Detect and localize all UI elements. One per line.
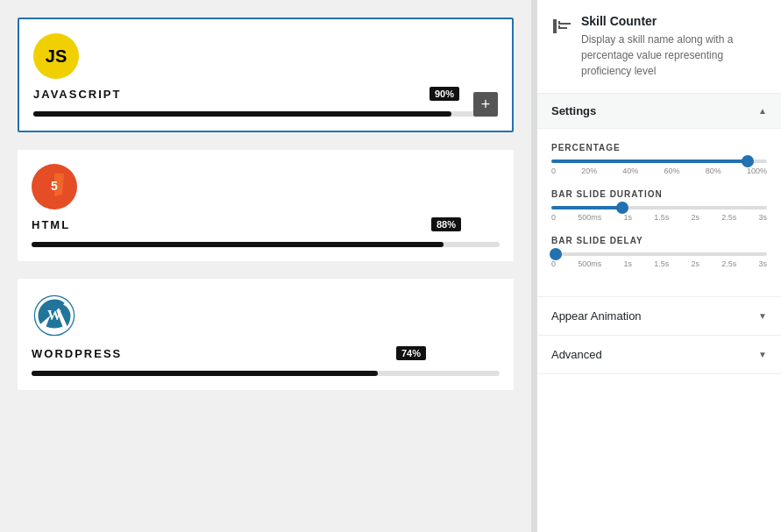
html-bar-container: 88% — [32, 242, 500, 247]
svg-rect-6 — [553, 19, 557, 33]
percentage-track[interactable] — [551, 160, 767, 163]
right-panel: Skill Counter Display a skill name along… — [536, 0, 781, 532]
appear-animation-label: Appear Animation — [551, 309, 642, 323]
percentage-thumb[interactable] — [742, 155, 754, 167]
js-bar-fill — [33, 111, 451, 117]
widget-description: Display a skill name along with a percen… — [581, 32, 767, 79]
appear-animation-section[interactable]: Appear Animation ▼ — [537, 297, 781, 336]
widget-title: Skill Counter — [581, 14, 767, 28]
advanced-section[interactable]: Advanced ▼ — [537, 336, 781, 374]
wp-percentage-badge: 74% — [396, 346, 426, 360]
html-bar-fill — [32, 242, 444, 247]
svg-text:W: W — [47, 308, 61, 323]
percentage-labels: 0 20% 40% 60% 80% 100% — [551, 167, 767, 175]
bar-delay-labels: 0 500ms 1s 1.5s 2s 2.5s 3s — [551, 259, 767, 268]
percentage-fill — [551, 160, 748, 163]
svg-rect-7 — [558, 23, 571, 25]
bar-duration-track[interactable] — [551, 206, 767, 209]
appear-animation-chevron: ▼ — [758, 311, 767, 321]
advanced-chevron: ▼ — [758, 350, 767, 359]
js-percentage-badge: 90% — [430, 87, 459, 101]
js-icon: JS — [33, 33, 79, 79]
svg-rect-9 — [558, 21, 560, 23]
bar-delay-slider-group: BAR SLIDE DELAY 0 500ms 1s 1.5s 2s 2.5s … — [551, 236, 767, 268]
widget-info: Skill Counter Display a skill name along… — [581, 14, 767, 79]
skill-item-html[interactable]: 5 HTML 88% — [18, 150, 514, 261]
settings-chevron: ▲ — [758, 106, 767, 116]
wp-skill-name: WORDPRESS — [32, 347, 500, 360]
skill-item-js[interactable]: JS JAVASCRIPT 90% + — [18, 18, 514, 132]
settings-section: Settings ▲ PERCENTAGE 0 20% 40% 60% 80% … — [537, 94, 781, 297]
bar-delay-track[interactable] — [551, 252, 767, 256]
svg-text:5: 5 — [51, 179, 58, 193]
settings-label: Settings — [551, 104, 596, 117]
bar-delay-label: BAR SLIDE DELAY — [551, 236, 767, 245]
bar-delay-thumb[interactable] — [550, 248, 562, 260]
html-skill-name: HTML — [32, 218, 500, 231]
bar-duration-fill — [551, 206, 622, 209]
svg-rect-8 — [558, 27, 567, 29]
bar-duration-label: BAR SLIDE DURATION — [551, 189, 767, 199]
html-percentage-badge: 88% — [431, 217, 461, 231]
wp-icon: W — [32, 293, 77, 338]
bar-duration-slider-group: BAR SLIDE DURATION 0 500ms 1s 1.5s 2s 2.… — [551, 189, 767, 222]
skill-item-wp[interactable]: W WORDPRESS 74% — [18, 279, 514, 390]
bar-duration-thumb[interactable] — [616, 202, 628, 214]
settings-content: PERCENTAGE 0 20% 40% 60% 80% 100% BAR SL… — [537, 129, 781, 296]
advanced-label: Advanced — [551, 348, 602, 361]
wp-bar-container: 74% — [32, 371, 500, 376]
bar-duration-labels: 0 500ms 1s 1.5s 2s 2.5s 3s — [551, 213, 767, 222]
skill-counter-icon — [551, 16, 572, 37]
js-bar-container: 90% — [33, 111, 498, 117]
wp-bar-fill — [32, 371, 378, 376]
add-button[interactable]: + — [473, 92, 498, 117]
canvas-area: JS JAVASCRIPT 90% + 5 HTML 88% — [0, 0, 531, 532]
svg-rect-10 — [558, 25, 560, 27]
widget-header: Skill Counter Display a skill name along… — [537, 0, 781, 94]
html-icon: 5 — [32, 164, 77, 209]
js-skill-name: JAVASCRIPT — [33, 88, 498, 101]
settings-section-header[interactable]: Settings ▲ — [537, 94, 781, 129]
percentage-label: PERCENTAGE — [551, 143, 767, 153]
percentage-slider-group: PERCENTAGE 0 20% 40% 60% 80% 100% — [551, 143, 767, 175]
